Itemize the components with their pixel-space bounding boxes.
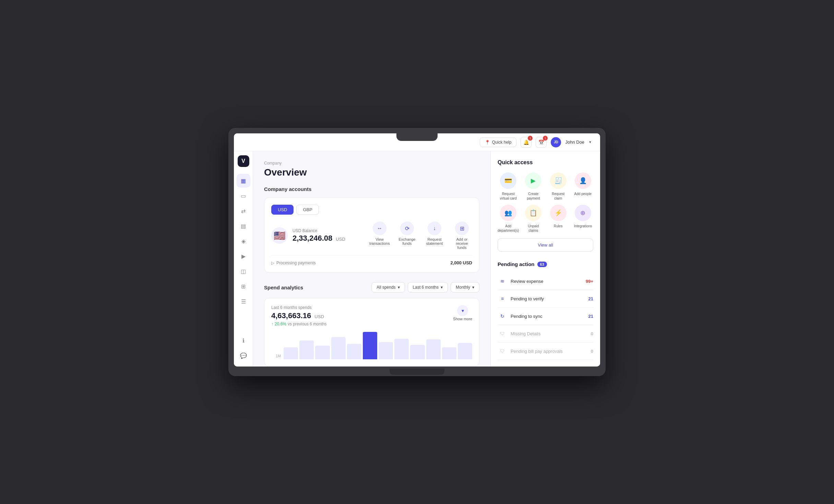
sidebar-item-transfers[interactable]: ⇄: [237, 204, 250, 218]
missing-details-count: 0: [591, 331, 593, 336]
calendar-badge: 1: [543, 136, 548, 141]
quick-access-title: Quick access: [498, 159, 593, 166]
qa-request-claim-icon: 🧾: [550, 172, 567, 189]
filter-monthly[interactable]: Monthly ▾: [451, 282, 479, 292]
pending-item-left-4: 🛡 Missing Details: [498, 329, 540, 338]
add-receive-funds-label: Add or receive funds: [452, 237, 472, 250]
filter-chevron-icon-3: ▾: [472, 285, 474, 290]
analytics-summary-label: Last 6 months spends: [271, 305, 326, 310]
analytics-header: Spend analytics All spends ▾ Last 6 mont…: [264, 282, 479, 292]
play-icon: ▶: [241, 253, 246, 260]
exchange-funds-btn[interactable]: ⟳ Exchange funds: [397, 221, 417, 250]
filter-chevron-icon-2: ▾: [441, 285, 443, 290]
account-card: USD GBP 🇺🇸 USD Balance: [264, 197, 479, 273]
page-title: Overview: [264, 167, 479, 178]
pending-item-pending-verify[interactable]: ≡ Pending to verify 21: [498, 290, 593, 308]
qa-item-rules[interactable]: ⚡ Rules: [548, 205, 569, 233]
chart-bar: [299, 340, 314, 359]
user-menu-chevron[interactable]: ▼: [588, 140, 592, 144]
add-receive-funds-icon: ⊞: [455, 221, 469, 235]
chart-bar: [410, 345, 425, 359]
missing-details-icon: 🛡: [498, 329, 507, 338]
currency-tab-gbp[interactable]: GBP: [296, 205, 319, 215]
qa-item-unpaid-claims[interactable]: 📋 Unpaid claims: [523, 205, 544, 233]
qa-item-add-people[interactable]: 👤 Add people: [573, 172, 593, 201]
transfers-icon: ⇄: [241, 208, 246, 214]
qa-create-payment-label: Create payment: [523, 192, 544, 201]
pending-item-left-6: 🛡 Pending card approvals: [498, 364, 558, 367]
qa-request-virtual-card-label: Request virtual card: [498, 192, 519, 201]
filter-last-6-months[interactable]: Last 6 months ▾: [408, 282, 448, 292]
company-accounts-title: Company accounts: [264, 186, 479, 192]
analytics-title: Spend analytics: [264, 285, 303, 290]
review-expense-count: 99+: [586, 279, 593, 284]
filter-chevron-icon: ▾: [398, 285, 400, 290]
qa-item-add-departments[interactable]: 👥 Add department(s): [498, 205, 519, 233]
qa-item-request-virtual-card[interactable]: 💳 Request virtual card: [498, 172, 519, 201]
request-statement-icon: ↓: [428, 221, 441, 235]
show-more-button[interactable]: ▾ Show more: [453, 305, 472, 321]
pending-sync-count: 21: [588, 314, 593, 319]
sidebar-item-chat[interactable]: 💬: [237, 349, 250, 362]
add-receive-funds-btn[interactable]: ⊞ Add or receive funds: [452, 221, 472, 250]
sidebar-item-books[interactable]: ◫: [237, 264, 250, 278]
chart-bars: [284, 332, 472, 359]
request-statement-btn[interactable]: ↓ Request statement: [424, 221, 445, 250]
qa-add-people-label: Add people: [574, 192, 592, 196]
calendar-icon: 📅: [538, 140, 544, 145]
flag-icon: 🇺🇸: [271, 227, 288, 244]
qa-item-integrations[interactable]: ⊕ Integrations: [573, 205, 593, 233]
pending-verify-label: Pending to verify: [511, 296, 544, 301]
analytics-card: Last 6 months spends 4,63,663.16 USD ↑ 2…: [264, 298, 479, 367]
view-transactions-label: View transactions: [369, 237, 390, 245]
chart-container: 1M: [271, 332, 472, 359]
sidebar-item-wallet[interactable]: ◈: [237, 234, 250, 248]
view-transactions-icon: ↔: [373, 221, 386, 235]
qa-add-departments-label: Add department(s): [498, 224, 519, 233]
show-more-icon: ▾: [457, 305, 468, 316]
pending-item-pending-sync[interactable]: ↻ Pending to sync 21: [498, 308, 593, 325]
card-approvals-icon: 🛡: [498, 364, 507, 367]
sidebar-item-media[interactable]: ⊞: [237, 279, 250, 293]
qa-add-people-icon: 👤: [575, 172, 591, 189]
review-expense-icon: ≋: [498, 276, 507, 286]
chat-icon: 💬: [240, 352, 247, 359]
view-all-button[interactable]: View all: [498, 238, 593, 252]
chart-bar: [458, 343, 472, 359]
cards-icon: ▭: [241, 193, 246, 199]
pending-item-card-approvals: 🛡 Pending card approvals 0: [498, 360, 593, 367]
payments-icon: ▤: [241, 223, 246, 229]
sidebar-item-info[interactable]: ℹ: [237, 334, 250, 347]
show-more-label: Show more: [453, 317, 472, 321]
qa-integrations-label: Integrations: [574, 224, 592, 228]
analytics-summary-amount: 4,63,663.16 USD: [271, 311, 326, 320]
currency-tab-usd[interactable]: USD: [271, 205, 294, 215]
balance-info: 🇺🇸 USD Balance 2,33,246.08 USD: [271, 227, 345, 244]
sidebar-item-payments[interactable]: ▤: [237, 219, 250, 233]
chart-bar: [426, 339, 441, 359]
qa-request-virtual-card-icon: 💳: [500, 172, 516, 189]
topbar-actions: 📍 Quick help 🔔 1 📅 1 JD John Doe: [480, 137, 592, 148]
sidebar-item-play[interactable]: ▶: [237, 249, 250, 263]
filter-all-spends[interactable]: All spends ▾: [371, 282, 405, 292]
pending-verify-icon: ≡: [498, 294, 507, 303]
exchange-funds-icon: ⟳: [400, 221, 414, 235]
pending-item-review-expense[interactable]: ≋ Review expense 99+: [498, 273, 593, 290]
notifications-button[interactable]: 🔔 1: [521, 137, 532, 148]
view-transactions-btn[interactable]: ↔ View transactions: [369, 221, 390, 250]
qa-create-payment-icon: ▶: [525, 172, 541, 189]
quick-help-button[interactable]: 📍 Quick help: [480, 137, 517, 147]
missing-details-label: Missing Details: [511, 331, 540, 336]
sidebar-item-cards[interactable]: ▭: [237, 189, 250, 203]
bill-pay-label: Pending bill pay approvals: [511, 349, 563, 354]
balance-amount: 2,33,246.08 USD: [293, 234, 345, 243]
breadcrumb: Company: [264, 161, 479, 166]
calendar-button[interactable]: 📅 1: [536, 137, 547, 148]
chart-y-label: 1M: [271, 354, 281, 359]
qa-item-create-payment[interactable]: ▶ Create payment: [523, 172, 544, 201]
dashboard-icon: ▦: [241, 178, 246, 184]
sidebar: V ▦ ▭ ⇄ ▤: [234, 151, 253, 367]
qa-item-request-claim[interactable]: 🧾 Request claim: [548, 172, 569, 201]
sidebar-item-dashboard[interactable]: ▦: [237, 174, 250, 188]
sidebar-item-library[interactable]: ☰: [237, 295, 250, 308]
